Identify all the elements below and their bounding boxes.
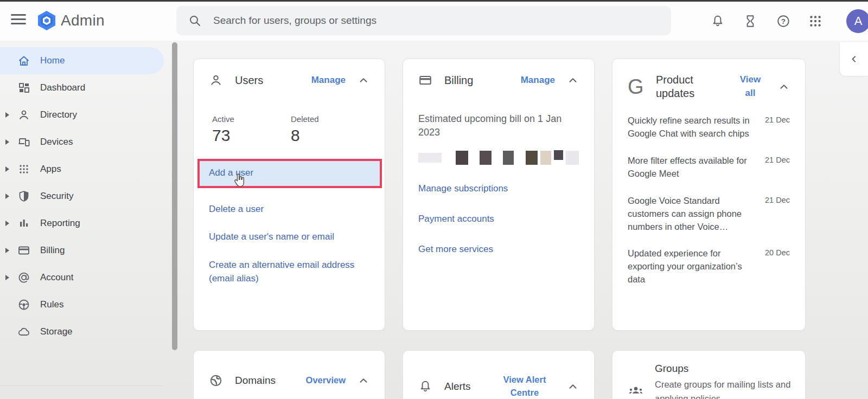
product-updates-list: Quickly refine search results in Google …	[628, 114, 790, 286]
sidebar-item-label: Directory	[0, 110, 77, 120]
add-a-user-highlight: Add a user	[197, 159, 382, 188]
add-a-user-link[interactable]: Add a user	[209, 166, 375, 180]
dashboard-icon	[17, 81, 30, 94]
chevron-up-icon[interactable]	[567, 381, 579, 392]
sidebar-item-dashboard[interactable]: Dashboard	[0, 74, 171, 101]
alerts-card-header: Alerts View Alert Centre	[418, 374, 579, 399]
get-more-services-link[interactable]: Get more services	[418, 243, 579, 256]
tasks-hourglass-icon[interactable]	[743, 14, 757, 28]
users-manage-link[interactable]: Manage	[311, 74, 346, 87]
product-updates-card: G Product updates View all Quickly refin…	[612, 59, 806, 331]
deleted-users-stat: Deleted 8	[291, 114, 369, 145]
sidebar-item-rules[interactable]: Rules	[0, 291, 171, 318]
billing-card-header: Billing Manage	[418, 73, 579, 87]
payment-accounts-link[interactable]: Payment accounts	[418, 213, 579, 226]
devices-icon	[17, 136, 30, 149]
dashboard-cards: Users Manage Active 73 Deleted 8 Add a u…	[193, 59, 806, 399]
chevron-left-icon	[848, 54, 859, 65]
list-item[interactable]: Updated experience for exporting your or…	[628, 247, 790, 286]
sidebar: Home Dashboard Directory Devices	[0, 41, 171, 399]
window-top-edge	[0, 0, 868, 2]
home-icon	[17, 54, 30, 67]
sidebar-item-home[interactable]: Home	[0, 47, 164, 74]
groups-icon	[628, 382, 644, 398]
chevron-up-icon[interactable]	[567, 74, 579, 86]
users-card: Users Manage Active 73 Deleted 8 Add a u…	[193, 59, 385, 331]
groups-description: Create groups for mailing lists and appl…	[655, 378, 793, 399]
groups-card: Groups Create groups for mailing lists a…	[612, 350, 806, 399]
update-date: 21 Dec	[765, 114, 790, 140]
update-text: Quickly refine search results in Google …	[628, 114, 760, 140]
sidebar-item-label: Billing	[0, 245, 65, 256]
list-item[interactable]: More filter effects available for Google…	[628, 155, 790, 181]
help-icon[interactable]: ?	[776, 14, 790, 28]
sidebar-item-billing[interactable]: Billing	[0, 237, 171, 264]
search-bar[interactable]	[176, 6, 671, 35]
sidebar-item-reporting[interactable]: Reporting	[0, 210, 171, 237]
manage-subscriptions-link[interactable]: Manage subscriptions	[418, 182, 579, 196]
update-text: Updated experience for exporting your or…	[628, 247, 760, 286]
stat-label: Deleted	[291, 114, 369, 124]
product-updates-header: G Product updates View all	[628, 73, 790, 100]
chevron-up-icon[interactable]	[358, 74, 369, 86]
view-alert-centre-link[interactable]: View Alert Centre	[494, 374, 555, 399]
expand-arrow-icon[interactable]	[5, 194, 9, 199]
google-admin-logo-icon	[36, 10, 58, 31]
billing-card: Billing Manage Estimated upcoming bill o…	[403, 59, 595, 331]
search-input[interactable]	[213, 15, 658, 27]
sidebar-item-account[interactable]: Account	[0, 264, 171, 291]
sidebar-item-security[interactable]: Security	[0, 183, 171, 210]
sidebar-item-directory[interactable]: Directory	[0, 101, 171, 128]
expand-arrow-icon[interactable]	[5, 248, 9, 253]
person-icon	[17, 108, 30, 121]
expand-arrow-icon[interactable]	[5, 139, 9, 145]
sidebar-item-label: Storage	[0, 326, 73, 337]
update-date: 20 Dec	[765, 247, 790, 286]
billing-quick-links: Manage subscriptions Payment accounts Ge…	[418, 182, 579, 256]
sidebar-item-label: Account	[0, 272, 73, 283]
update-user-link[interactable]: Update a user's name or email	[209, 230, 372, 244]
sidebar-item-devices[interactable]: Devices	[0, 128, 171, 156]
steering-wheel-icon	[17, 298, 30, 311]
card-title: Groups	[655, 363, 793, 375]
email-alias-link[interactable]: Create an alternative email address (ema…	[209, 259, 372, 285]
domains-card-header: Domains Overview	[209, 374, 369, 388]
redacted-amount	[418, 150, 579, 165]
notifications-bell-icon[interactable]	[711, 14, 725, 28]
update-text: Google Voice Standard customers can assi…	[628, 195, 760, 234]
update-date: 21 Dec	[765, 155, 790, 181]
sidebar-scrollbar[interactable]	[172, 42, 177, 350]
users-stats: Active 73 Deleted 8	[209, 114, 369, 145]
chevron-up-icon[interactable]	[358, 375, 369, 387]
billing-manage-link[interactable]: Manage	[521, 74, 555, 87]
expand-arrow-icon[interactable]	[5, 166, 9, 172]
users-card-header: Users Manage	[209, 73, 369, 87]
list-item[interactable]: Quickly refine search results in Google …	[628, 114, 790, 140]
expand-arrow-icon[interactable]	[5, 275, 9, 280]
app-title: Admin	[61, 12, 105, 29]
card-title: Alerts	[444, 380, 471, 393]
google-g-icon: G	[628, 76, 644, 97]
list-item[interactable]: Google Voice Standard customers can assi…	[628, 195, 790, 234]
expand-arrow-icon[interactable]	[5, 112, 9, 118]
sidebar-item-label: Rules	[0, 299, 63, 310]
active-users-stat: Active 73	[212, 114, 291, 145]
at-sign-icon	[17, 271, 30, 284]
sidebar-divider	[0, 385, 163, 386]
avatar[interactable]: A	[846, 9, 868, 33]
chevron-up-icon[interactable]	[778, 81, 790, 93]
bar-chart-icon	[17, 217, 30, 230]
apps-grid-icon[interactable]	[808, 14, 822, 28]
sidebar-item-label: Devices	[0, 137, 73, 147]
domains-overview-link[interactable]: Overview	[306, 374, 346, 387]
sidebar-item-apps[interactable]: Apps	[0, 156, 171, 183]
svg-text:?: ?	[781, 17, 786, 25]
search-icon	[188, 14, 201, 27]
view-all-link[interactable]: View all	[735, 73, 766, 100]
collapse-panel-button[interactable]	[840, 42, 868, 76]
expand-arrow-icon[interactable]	[5, 221, 9, 226]
main-menu-icon[interactable]	[11, 14, 26, 26]
sidebar-item-storage[interactable]: Storage	[0, 318, 171, 345]
delete-a-user-link[interactable]: Delete a user	[209, 203, 372, 216]
apps-icon	[17, 163, 30, 176]
